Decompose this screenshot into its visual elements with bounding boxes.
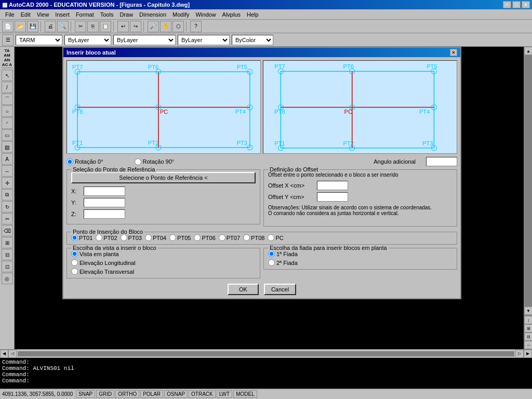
select-point-button[interactable]: Selecione o Ponto de Referência <	[71, 172, 256, 183]
menu-modify[interactable]: Modify	[169, 10, 192, 19]
offset-y-input[interactable]: 0.0	[317, 192, 348, 202]
right-btn-4[interactable]: ↔	[524, 341, 532, 349]
tool-snap[interactable]: ◎	[2, 273, 13, 284]
scroll-right-button[interactable]: ▶	[524, 350, 532, 358]
tool-select[interactable]: ↖	[2, 70, 13, 81]
ok-button[interactable]: OK	[228, 284, 259, 295]
grid-toggle[interactable]: GRID	[96, 390, 114, 398]
offset-x-input[interactable]: 0.0	[317, 181, 348, 190]
right-btn-3[interactable]: ⊟	[524, 332, 532, 341]
undo-btn[interactable]: ↩	[117, 21, 129, 32]
lineweight-select[interactable]: ByLayer	[178, 35, 230, 45]
pt02-label[interactable]: PT02	[96, 234, 117, 241]
layer-select[interactable]: TARM	[16, 35, 62, 45]
tool-dim[interactable]: ↔	[2, 165, 13, 177]
fiada-2-radio[interactable]	[268, 259, 275, 266]
fiada-1-radio[interactable]	[268, 250, 275, 257]
snap-toggle[interactable]: SNAP	[76, 390, 95, 398]
pt03-radio[interactable]	[121, 234, 127, 241]
scroll-left-button[interactable]: ◀	[0, 350, 8, 358]
tool-text[interactable]: A	[2, 153, 13, 165]
pt01-radio[interactable]	[71, 234, 78, 241]
menu-insert[interactable]: Insert	[52, 10, 73, 19]
tool-rotate[interactable]: ↻	[2, 201, 13, 212]
right-btn-2[interactable]: ⊞	[524, 324, 532, 332]
vista-planta-radio[interactable]	[71, 250, 78, 257]
lwt-toggle[interactable]: LWT	[217, 390, 232, 398]
z-input[interactable]: 0.000	[84, 209, 125, 219]
redo-btn[interactable]: ↪	[130, 21, 141, 32]
pt07-radio[interactable]	[219, 234, 225, 241]
model-toggle[interactable]: MODEL	[233, 390, 257, 398]
menu-alvplus[interactable]: Alvplus	[219, 10, 244, 19]
tool-arc[interactable]: ◜	[2, 117, 13, 129]
vista-trans-radio[interactable]	[71, 268, 78, 275]
paste-btn[interactable]: 📋	[100, 21, 111, 32]
linetype-select[interactable]: ByLayer	[113, 35, 176, 45]
cut-btn[interactable]: ✂	[75, 21, 86, 32]
fiada-2-label[interactable]: 2ª Fiada	[268, 259, 453, 266]
tool-hatch[interactable]: ▨	[2, 141, 13, 153]
menu-dimension[interactable]: Dimension	[136, 10, 169, 19]
pt04-label[interactable]: PT04	[145, 234, 166, 241]
help-btn[interactable]: ?	[190, 21, 202, 32]
pt08-radio[interactable]	[243, 234, 250, 241]
menu-tools[interactable]: Tools	[97, 10, 117, 19]
right-scroll-down[interactable]: ▼	[524, 307, 532, 315]
x-input[interactable]: 0.000	[84, 187, 125, 196]
osnap-toggle[interactable]: OSNAP	[164, 390, 188, 398]
menu-help[interactable]: Help	[244, 10, 262, 19]
dialog-close-button[interactable]: ×	[450, 49, 457, 56]
save-btn[interactable]: 💾	[27, 21, 38, 32]
rotation-90-label[interactable]: Rotação 90°	[135, 158, 175, 165]
menu-draw[interactable]: Draw	[116, 10, 136, 19]
minimize-button[interactable]: −	[503, 1, 511, 8]
vista-long-label[interactable]: Elevação Longitudinal	[71, 259, 256, 266]
pc-radio[interactable]	[268, 234, 274, 241]
menu-edit[interactable]: Edit	[18, 10, 34, 19]
tool-pline[interactable]: ⌒	[2, 94, 13, 105]
tool-move[interactable]: ✛	[2, 177, 13, 189]
tool-zoom-w[interactable]: ⊞	[2, 237, 13, 248]
tool-erase[interactable]: ⌫	[2, 225, 13, 236]
rotation-90-radio[interactable]	[135, 158, 141, 165]
menu-window[interactable]: Window	[192, 10, 219, 19]
pt05-radio[interactable]	[169, 234, 176, 241]
zoom-btn[interactable]: 🔎	[148, 21, 159, 32]
pt05-label[interactable]: PT05	[169, 234, 191, 241]
tool-line[interactable]: /	[2, 82, 13, 93]
menu-view[interactable]: View	[34, 10, 52, 19]
tool-circle[interactable]: ○	[2, 105, 13, 117]
pt02-radio[interactable]	[96, 234, 102, 241]
scroll-track-h[interactable]	[18, 351, 514, 356]
y-input[interactable]: 0.000	[84, 198, 125, 207]
maximize-button[interactable]: □	[512, 1, 521, 8]
print-btn[interactable]: 🖨	[45, 21, 56, 32]
tool-copy[interactable]: ⧉	[2, 189, 13, 201]
pt06-label[interactable]: PT06	[194, 234, 215, 241]
menu-format[interactable]: Format	[73, 10, 97, 19]
rotation-0-radio[interactable]	[66, 158, 73, 165]
right-btn-1[interactable]: ↕	[524, 316, 532, 324]
tool-zoom-e[interactable]: ⊟	[2, 249, 13, 260]
scroll-step-right[interactable]: ▷	[515, 350, 524, 358]
fiada-1-label[interactable]: 1ª Fiada	[268, 250, 453, 257]
angulo-input[interactable]: 0.0	[426, 157, 457, 166]
3d-btn[interactable]: ⬡	[172, 21, 184, 32]
pan-btn[interactable]: ✋	[160, 21, 171, 32]
vista-trans-label[interactable]: Elevação Transversal	[71, 268, 256, 275]
pt07-label[interactable]: PT07	[219, 234, 240, 241]
rotation-0-label[interactable]: Rotação 0°	[66, 158, 103, 165]
pt06-radio[interactable]	[194, 234, 201, 241]
pt04-radio[interactable]	[145, 234, 152, 241]
copy-btn[interactable]: ⎘	[87, 21, 99, 32]
vista-planta-label[interactable]: Vista em planta	[71, 250, 256, 257]
pt08-label[interactable]: PT08	[243, 234, 264, 241]
plotstyle-select[interactable]: ByColor	[232, 35, 273, 45]
layer-mgr-btn[interactable]: ☰	[2, 34, 14, 46]
ortho-toggle[interactable]: ORTHO	[115, 390, 139, 398]
color-select[interactable]: ByLayer	[64, 35, 111, 45]
tool-pan-rt[interactable]: ⊡	[2, 261, 13, 272]
cancel-button[interactable]: Cancel	[264, 284, 296, 295]
scroll-step-left[interactable]: ◁	[8, 350, 17, 358]
